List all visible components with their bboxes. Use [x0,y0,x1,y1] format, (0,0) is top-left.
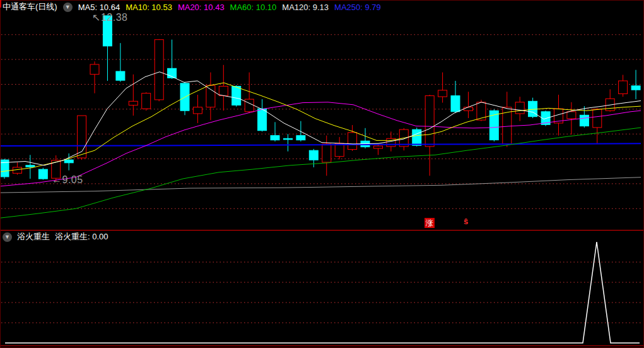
candle-3[interactable] [38,169,47,179]
ma-line-ma60 [0,128,641,218]
candle-48[interactable] [619,81,628,94]
main-chart[interactable] [0,0,644,348]
candle-46[interactable] [593,109,602,128]
candle-33[interactable] [425,96,434,147]
signal-marker: ŝ [464,217,468,226]
candle-34[interactable] [438,90,447,97]
candle-2[interactable] [26,165,35,167]
ma-line-ma120 [0,177,641,193]
candle-10[interactable] [129,101,138,105]
stock-title: 中通客车(日线) [3,1,57,13]
candle-44[interactable] [567,112,576,119]
ma-line-ma250 [0,143,641,146]
ma-label: MA120: 9.13 [282,3,329,12]
candle-5[interactable] [64,160,73,163]
candle-18[interactable] [232,87,241,105]
high-price-annotation: ↖12.38 [92,11,127,23]
corner-tick [0,0,1,8]
candle-25[interactable] [322,144,331,162]
low-price-annotation: ←9.05 [52,174,83,186]
ma-label: MA250: 9.79 [334,3,381,12]
candle-32[interactable] [413,129,421,145]
indicator-value: 浴火重生: 0.00 [55,231,108,243]
candle-21[interactable] [271,136,279,140]
arrow-left-icon: ← [52,174,62,185]
candle-7[interactable] [90,64,99,75]
candle-9[interactable] [116,71,125,80]
chevron-down-icon[interactable]: ▼ [63,3,73,12]
chevron-down-icon[interactable]: ▼ [3,232,12,242]
candle-45[interactable] [580,115,588,126]
candle-15[interactable] [193,107,202,114]
window-border [1,1,644,348]
indicator-name: 浴火重生 [17,231,50,243]
limit-up-marker: 涨 [424,218,435,228]
arrow-up-left-icon: ↖ [92,12,101,23]
candle-29[interactable] [374,146,383,148]
high-price-label: 12.38 [101,12,128,23]
candle-49[interactable] [631,86,640,90]
candle-40[interactable] [515,102,524,114]
ma-label: MA10: 10.53 [126,3,172,12]
ma-values: MA5: 10.64MA10: 10.53MA20: 10.43MA60: 10… [78,3,381,12]
candle-12[interactable] [155,40,163,100]
main-chart-header: 中通客车(日线) ▼ MA5: 10.64MA10: 10.53MA20: 10… [3,1,381,13]
candle-22[interactable] [284,138,293,140]
indicator-spike-line [5,242,640,343]
candle-24[interactable] [309,150,318,160]
ma-label: MA60: 10.10 [230,3,277,12]
candle-11[interactable] [142,93,151,109]
stock-chart-window: 中通客车(日线) ▼ MA5: 10.64MA10: 10.53MA20: 10… [0,0,644,348]
candle-17[interactable] [219,87,228,96]
ma-label: MA5: 10.64 [78,3,120,12]
candle-36[interactable] [464,107,473,111]
candle-20[interactable] [258,109,267,131]
candle-35[interactable] [451,96,460,112]
candle-23[interactable] [296,136,305,140]
candle-26[interactable] [335,143,344,157]
sub-panel-header: ▼ 浴火重生 浴火重生: 0.00 [3,231,108,243]
ma-label: MA20: 10.43 [178,3,225,12]
candle-19[interactable] [245,99,254,112]
ma-line-ma5 [0,72,641,165]
low-price-label: 9.05 [62,174,83,185]
candle-16[interactable] [206,85,215,107]
candle-27[interactable] [348,133,357,150]
